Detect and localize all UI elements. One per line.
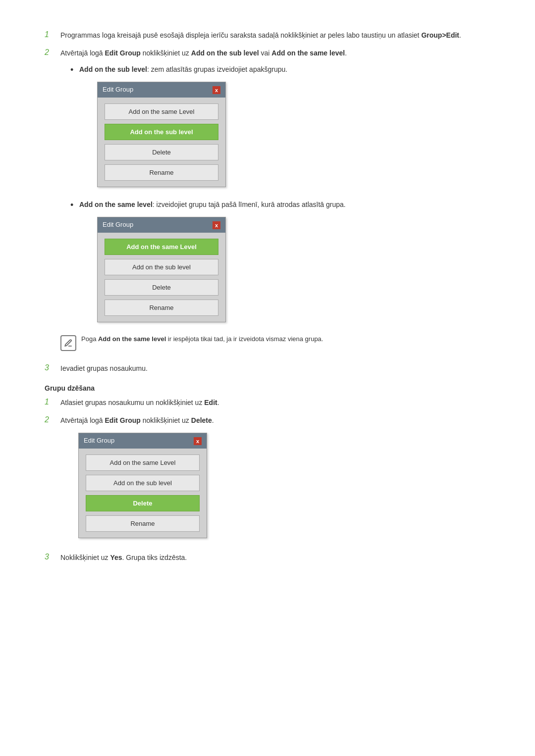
dialog-body-1: Add on the same Level Add on the sub lev… xyxy=(98,98,225,181)
delete-step-3-content: Noklikšķiniet uz Yes. Grupa tiks izdzēst… xyxy=(60,552,490,563)
add-sub-level-btn-3[interactable]: Add on the sub level xyxy=(86,475,200,491)
add-sub-level-btn-2[interactable]: Add on the sub level xyxy=(105,259,218,275)
step-1-content: Programmas loga kreisajā pusē esošajā di… xyxy=(60,30,490,41)
add-same-level-btn-3[interactable]: Add on the same Level xyxy=(86,454,200,471)
delete-btn-3[interactable]: Delete xyxy=(86,495,200,511)
delete-step-2-content: Atvērtajā logā Edit Group noklikšķiniet … xyxy=(60,415,490,545)
note-text: Poga Add on the same level ir iespējota … xyxy=(81,334,323,345)
delete-step-3: 3 Noklikšķiniet uz Yes. Grupa tiks izdzē… xyxy=(45,552,490,563)
rename-btn-3[interactable]: Rename xyxy=(86,515,200,532)
dialog-title-bar-3: Edit Group x xyxy=(79,433,207,449)
step-3: 3 Ievadiet grupas nosaukumu. xyxy=(45,363,490,374)
bullet-item-same-level: • Add on the same level: izveidojiet gru… xyxy=(70,199,490,329)
rename-btn-2[interactable]: Rename xyxy=(105,300,218,316)
step-3-text: Ievadiet grupas nosaukumu. xyxy=(60,364,148,372)
step-number-1: 1 xyxy=(45,30,60,39)
delete-btn-1[interactable]: Delete xyxy=(105,144,218,160)
dialog-box-3: Edit Group x Add on the same Level Add o… xyxy=(78,433,207,538)
step-3-content: Ievadiet grupas nosaukumu. xyxy=(60,363,490,374)
delete-btn-2[interactable]: Delete xyxy=(105,279,218,296)
step-2-text: Atvērtajā logā Edit Group noklikšķiniet … xyxy=(60,49,347,57)
bullet-dot-2: • xyxy=(70,198,79,212)
step-2-content: Atvērtajā logā Edit Group noklikšķiniet … xyxy=(60,48,490,356)
step-1-text: Programmas loga kreisajā pusē esošajā di… xyxy=(60,31,461,39)
delete-step-1-text: Atlasiet grupas nosaukumu un noklikšķini… xyxy=(60,399,219,406)
bullet-content-2: Add on the same level: izveidojiet grupu… xyxy=(79,199,346,329)
delete-step-3-text: Noklikšķiniet uz Yes. Grupa tiks izdzēst… xyxy=(60,554,187,561)
section-heading-delete: Grupu dzēšana xyxy=(45,384,490,392)
dialog-box-2: Edit Group x Add on the same Level Add o… xyxy=(97,217,226,322)
content-wrapper: 1 Programmas loga kreisajā pusē esošajā … xyxy=(45,30,490,563)
bullet-item-sub-level: • Add on the sub level: zem atlasītās gr… xyxy=(70,64,490,194)
dialog-box-1: Edit Group x Add on the same Level Add o… xyxy=(97,82,226,187)
dialog-body-3: Add on the same Level Add on the sub lev… xyxy=(79,449,207,532)
dialog-title-3: Edit Group xyxy=(84,436,114,446)
delete-step-1-content: Atlasiet grupas nosaukumu un noklikšķini… xyxy=(60,397,490,408)
dialog-body-2: Add on the same Level Add on the sub lev… xyxy=(98,233,225,316)
add-same-level-btn-1[interactable]: Add on the same Level xyxy=(105,103,218,120)
dialog-close-2[interactable]: x xyxy=(213,221,220,229)
delete-step-number-3: 3 xyxy=(45,553,60,561)
bullet-content-1: Add on the sub level: zem atlasītās grup… xyxy=(79,64,287,194)
step-number-3: 3 xyxy=(45,363,60,372)
dialog-title-2: Edit Group xyxy=(103,220,133,230)
dialog-wrapper-2: Edit Group x Add on the same Level Add o… xyxy=(97,217,346,322)
step-number-2: 2 xyxy=(45,48,60,57)
delete-step-2: 2 Atvērtajā logā Edit Group noklikšķinie… xyxy=(45,415,490,545)
note-icon xyxy=(60,335,76,351)
bullet-dot-1: • xyxy=(70,63,79,77)
dialog-wrapper-1: Edit Group x Add on the same Level Add o… xyxy=(97,82,287,187)
bullet-list: • Add on the sub level: zem atlasītās gr… xyxy=(70,64,490,329)
step-1: 1 Programmas loga kreisajā pusē esošajā … xyxy=(45,30,490,41)
dialog-title-bar-2: Edit Group x xyxy=(98,217,225,233)
dialog-close-3[interactable]: x xyxy=(194,437,202,445)
note-box: Poga Add on the same level ir iespējota … xyxy=(60,334,490,351)
delete-step-number-1: 1 xyxy=(45,398,60,406)
delete-step-number-2: 2 xyxy=(45,415,60,424)
delete-step-2-text: Atvērtajā logā Edit Group noklikšķiniet … xyxy=(60,416,214,424)
dialog-wrapper-3: Edit Group x Add on the same Level Add o… xyxy=(78,433,490,538)
rename-btn-1[interactable]: Rename xyxy=(105,164,218,181)
bullet-1-text: Add on the sub level: zem atlasītās grup… xyxy=(79,65,287,73)
step-2: 2 Atvērtajā logā Edit Group noklikšķinie… xyxy=(45,48,490,356)
dialog-title-1: Edit Group xyxy=(103,85,133,95)
dialog-title-bar-1: Edit Group x xyxy=(98,82,225,98)
dialog-close-1[interactable]: x xyxy=(213,86,220,94)
bullet-2-text: Add on the same level: izveidojiet grupu… xyxy=(79,201,346,208)
add-sub-level-btn-1[interactable]: Add on the sub level xyxy=(105,124,218,140)
delete-step-1: 1 Atlasiet grupas nosaukumu un noklikšķi… xyxy=(45,397,490,408)
add-same-level-btn-2[interactable]: Add on the same Level xyxy=(105,239,218,255)
